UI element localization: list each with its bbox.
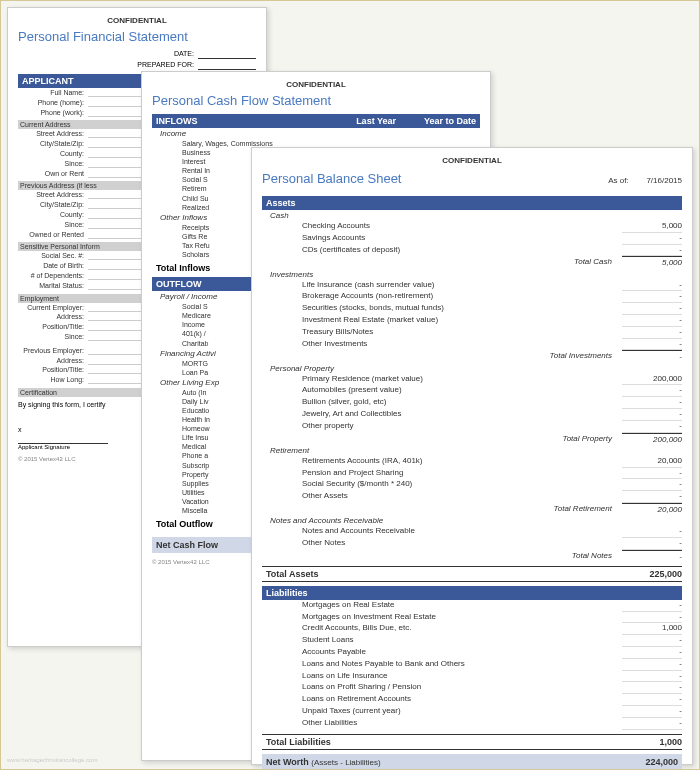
line-item: Mortgages on Real Estate- <box>262 600 682 612</box>
line-value[interactable]: 200,000 <box>622 374 682 386</box>
line-item: Pension and Project Sharing- <box>262 468 682 480</box>
line-value[interactable]: - <box>622 385 682 397</box>
line-value[interactable]: - <box>622 706 682 718</box>
assets-header: Assets <box>262 196 682 210</box>
doc2-title: Personal Cash Flow Statement <box>152 93 480 108</box>
line-item: Social Security ($/month * 240)- <box>262 479 682 491</box>
line-item: Primary Residence (market value)200,000 <box>262 374 682 386</box>
line-value[interactable]: - <box>622 526 682 538</box>
line-item: Loans on Life Insurance- <box>262 671 682 683</box>
line-item: Accounts Payable- <box>262 647 682 659</box>
confidential-label: CONFIDENTIAL <box>152 80 480 89</box>
line-item: Other Liabilities- <box>262 718 682 730</box>
line-item: Other Investments- <box>262 339 682 351</box>
total-liab-label: Total Liabilities <box>262 737 622 747</box>
doc3-title: Personal Balance Sheet <box>262 171 401 186</box>
date-input[interactable] <box>198 50 256 59</box>
line-value[interactable]: - <box>622 421 682 433</box>
footer-copyright: © 2015 Vertex42 LLC <box>152 559 209 565</box>
line-value[interactable]: - <box>622 479 682 491</box>
line-item: Other Assets- <box>262 491 682 503</box>
total-liab: 1,000 <box>622 737 682 747</box>
line-value[interactable]: - <box>622 647 682 659</box>
income-cat: Income <box>152 128 480 139</box>
line-item: Savings Accounts- <box>262 233 682 245</box>
prop-subtotal-label: Total Property <box>262 433 622 445</box>
line-item: Notes and Accounts Receivable- <box>262 526 682 538</box>
asof-label: As of: <box>608 176 628 185</box>
line-value[interactable]: - <box>622 397 682 409</box>
line-value[interactable]: - <box>622 682 682 694</box>
line-item: CDs (certificates of deposit)- <box>262 245 682 257</box>
ret-subtotal-label: Total Retirement <box>262 503 622 515</box>
inv-cat: Investments <box>262 269 682 280</box>
line-item: Mortgages on Investment Real Estate- <box>262 612 682 624</box>
line-item: Student Loans- <box>262 635 682 647</box>
line-value[interactable]: - <box>622 339 682 351</box>
notes-subtotal: - <box>622 550 682 562</box>
doc1-title: Personal Financial Statement <box>18 29 256 44</box>
cash-cat: Cash <box>262 210 682 221</box>
line-item: Life Insurance (cash surrender value)- <box>262 280 682 292</box>
line-item: Brokerage Accounts (non-retirement)- <box>262 291 682 303</box>
line-value[interactable]: - <box>622 245 682 257</box>
cash-subtotal-label: Total Cash <box>262 256 622 268</box>
line-value[interactable]: - <box>622 671 682 683</box>
line-value[interactable]: - <box>622 491 682 503</box>
line-item: Other Notes- <box>262 538 682 550</box>
line-item: Loans on Retirement Accounts- <box>262 694 682 706</box>
line-value[interactable]: - <box>622 291 682 303</box>
line-value[interactable]: - <box>622 280 682 292</box>
line-item: Checking Accounts5,000 <box>262 221 682 233</box>
footer-copyright: © 2015 Vertex42 LLC <box>18 456 75 462</box>
total-assets: 225,000 <box>622 569 682 579</box>
line-value[interactable]: - <box>622 635 682 647</box>
line-item: Bullion (silver, gold, etc)- <box>262 397 682 409</box>
line-item: Unpaid Taxes (current year)- <box>262 706 682 718</box>
line-value[interactable]: 1,000 <box>622 623 682 635</box>
networth-label: Net Worth <box>266 757 309 767</box>
inv-subtotal-label: Total Investments <box>262 350 622 362</box>
line-value[interactable]: - <box>622 612 682 624</box>
signature-line[interactable]: Applicant Signature <box>18 443 108 450</box>
line-item: Other property- <box>262 421 682 433</box>
confidential-label: CONFIDENTIAL <box>18 16 256 25</box>
line-value[interactable]: - <box>622 233 682 245</box>
line-item: Securities (stocks, bonds, mutual funds)… <box>262 303 682 315</box>
line-value[interactable]: 5,000 <box>622 221 682 233</box>
prop-subtotal: 200,000 <box>622 433 682 445</box>
line-item: Treasury Bills/Notes- <box>262 327 682 339</box>
line-value[interactable]: - <box>622 315 682 327</box>
line-item: Automobiles (present value)- <box>262 385 682 397</box>
prepared-label: PREPARED FOR: <box>118 61 198 70</box>
networth-sublabel: (Assets - Liabilities) <box>311 758 380 767</box>
inv-subtotal: - <box>622 350 682 362</box>
line-value[interactable]: - <box>622 694 682 706</box>
balance-sheet-doc: CONFIDENTIAL Personal Balance Sheet As o… <box>251 147 693 765</box>
liab-header: Liabilities <box>262 586 682 600</box>
line-item: Loans on Profit Sharing / Pension- <box>262 682 682 694</box>
line-value[interactable]: - <box>622 468 682 480</box>
line-item: Investment Real Estate (market value)- <box>262 315 682 327</box>
line-value[interactable]: - <box>622 718 682 730</box>
line-value[interactable]: 20,000 <box>622 456 682 468</box>
line-value[interactable]: - <box>622 303 682 315</box>
line-item: Retirements Accounts (IRA, 401k)20,000 <box>262 456 682 468</box>
prepared-input[interactable] <box>198 61 256 70</box>
line-value[interactable]: - <box>622 409 682 421</box>
notes-cat: Notes and Accounts Receivable <box>262 515 682 526</box>
inflows-header: INFLOWS Last Year Year to Date <box>152 114 480 128</box>
line-value[interactable]: - <box>622 538 682 550</box>
notes-subtotal-label: Total Notes <box>262 550 622 562</box>
line-value[interactable]: - <box>622 659 682 671</box>
asof-value: 7/16/2015 <box>646 176 682 185</box>
total-assets-label: Total Assets <box>262 569 622 579</box>
date-label: DATE: <box>138 50 198 59</box>
networth-value: 224,000 <box>618 757 678 767</box>
line-value[interactable]: - <box>622 327 682 339</box>
line-item: Credit Accounts, Bills Due, etc.1,000 <box>262 623 682 635</box>
watermark: www.heritagechristiancollege.com <box>7 757 97 763</box>
line-value[interactable]: - <box>622 600 682 612</box>
line-item: Jewelry, Art and Collectibles- <box>262 409 682 421</box>
ret-cat: Retirement <box>262 445 682 456</box>
